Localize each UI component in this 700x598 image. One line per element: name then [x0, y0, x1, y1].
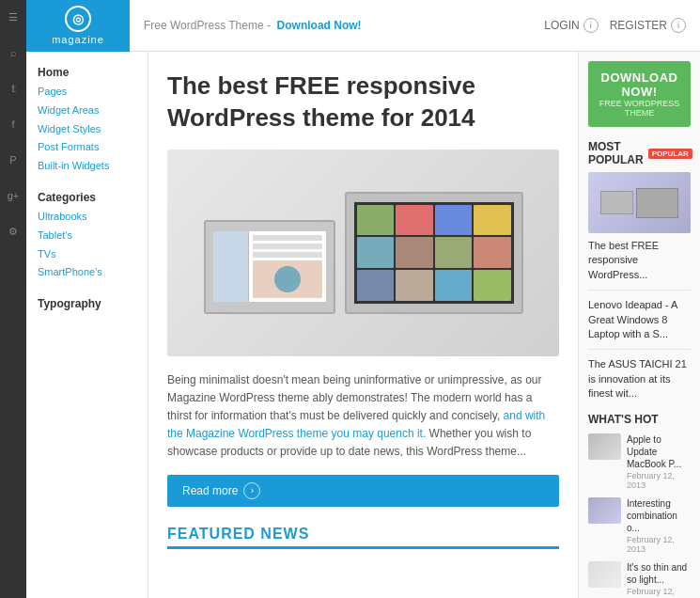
laptop-large	[345, 192, 523, 314]
breadcrumb: Free WordPress Theme - Download Now!	[130, 19, 544, 32]
featured-news-title: FEATURED NEWS	[167, 526, 559, 543]
laptop-small	[204, 220, 335, 314]
settings-icon[interactable]: ⚙	[4, 222, 23, 241]
download-now-button[interactable]: DOWNLOAD NOW! FREE WORDPRESS THEME	[588, 61, 691, 127]
nav-section-categories: Categories Ultrabooks Tablet's TVs Smart…	[38, 191, 136, 282]
nav-ultrabooks[interactable]: Ultrabooks	[38, 208, 136, 227]
popular-item-1[interactable]: The best FREE responsive WordPress...	[588, 239, 691, 282]
separator-2	[588, 349, 691, 350]
site-header: ◎ magazine Free WordPress Theme - Downlo…	[26, 0, 700, 52]
register-button[interactable]: REGISTER i	[610, 18, 686, 33]
nav-tvs[interactable]: TVs	[38, 245, 136, 264]
hero-image	[167, 150, 559, 356]
typography-title: Typography	[38, 297, 136, 310]
hot-info-2: Interesting combination o... February 12…	[627, 497, 691, 554]
nav-home-link[interactable]: Home	[38, 66, 136, 79]
hot-info-1: Apple to Update MacBook P... February 12…	[627, 433, 691, 490]
popular-thumbnail	[588, 172, 691, 233]
nav-section-main: Home Pages Widget Areas Widget Styles Po…	[38, 66, 136, 176]
twitter-icon[interactable]: 𝕥	[4, 79, 23, 98]
register-info-icon: i	[671, 18, 686, 33]
login-button[interactable]: LOGIN i	[544, 18, 598, 33]
download-btn-sublabel: FREE WORDPRESS THEME	[596, 99, 683, 118]
categories-title: Categories	[38, 191, 136, 204]
thumb-laptop-large	[636, 188, 678, 218]
main-content: The best FREE responsive WordPress theme…	[148, 52, 578, 598]
laptop-illustration	[204, 192, 523, 314]
header-auth: LOGIN i REGISTER i	[544, 18, 700, 33]
hot-item-1[interactable]: Apple to Update MacBook P... February 12…	[588, 433, 691, 490]
page-title: The best FREE responsive WordPress theme…	[167, 71, 559, 134]
arrow-icon: ›	[243, 482, 260, 499]
nav-smartphones[interactable]: SmartPhone's	[38, 263, 136, 282]
logo-icon: ◎	[65, 6, 91, 32]
nav-built-in-widgets[interactable]: Built-in Widgets	[38, 157, 136, 176]
facebook-icon[interactable]: f	[4, 115, 23, 134]
left-navigation: Home Pages Widget Areas Widget Styles Po…	[26, 52, 148, 598]
sidebar-icon-strip: ☰ ⌕ 𝕥 f P g+ ⚙	[0, 0, 26, 598]
hot-thumb-3	[588, 561, 621, 588]
body-link[interactable]: and with the Magazine WordPress theme yo…	[167, 409, 545, 440]
read-more-button[interactable]: Read more ›	[167, 475, 559, 507]
logo-text: magazine	[52, 34, 104, 45]
featured-news-divider	[167, 546, 559, 549]
download-btn-label: DOWNLOAD NOW!	[596, 71, 683, 99]
search-icon[interactable]: ⌕	[4, 43, 23, 62]
thumb-laptop-small	[600, 191, 633, 214]
pinterest-icon[interactable]: P	[4, 150, 23, 169]
nav-pages[interactable]: Pages	[38, 83, 136, 102]
right-sidebar: DOWNLOAD NOW! FREE WORDPRESS THEME MOST …	[578, 52, 700, 598]
hot-info-3: It's so thin and so light... February 12…	[627, 561, 691, 598]
hot-item-2[interactable]: Interesting combination o... February 12…	[588, 497, 691, 554]
popular-item-3[interactable]: The ASUS TAICHI 21 is innovation at its …	[588, 357, 691, 401]
whats-hot-heading: WHAT'S HOT	[588, 413, 691, 426]
nav-widget-styles[interactable]: Widget Styles	[38, 120, 136, 139]
nav-tablets[interactable]: Tablet's	[38, 227, 136, 245]
breadcrumb-prefix: Free WordPress Theme -	[144, 19, 271, 32]
separator-1	[588, 290, 691, 291]
hot-thumb-2	[588, 497, 621, 524]
hot-item-3[interactable]: It's so thin and so light... February 12…	[588, 561, 691, 598]
google-plus-icon[interactable]: g+	[4, 186, 23, 205]
most-popular-heading: MOST POPULAR POPULAR	[588, 140, 691, 166]
hot-thumb-1	[588, 433, 621, 460]
login-info-icon: i	[583, 18, 599, 33]
nav-post-formats[interactable]: Post Formats	[38, 138, 136, 157]
nav-widget-areas[interactable]: Widget Areas	[38, 102, 136, 120]
menu-icon[interactable]: ☰	[4, 8, 23, 26]
main-body-text: Being minimalist doesn't mean being unin…	[167, 371, 559, 462]
logo[interactable]: ◎ magazine	[26, 0, 130, 52]
popular-badge: POPULAR	[648, 149, 692, 159]
popular-item-2[interactable]: Lenovo Ideapad - A Great Windows 8 Lapto…	[588, 298, 691, 341]
breadcrumb-link[interactable]: Download Now!	[277, 19, 362, 32]
